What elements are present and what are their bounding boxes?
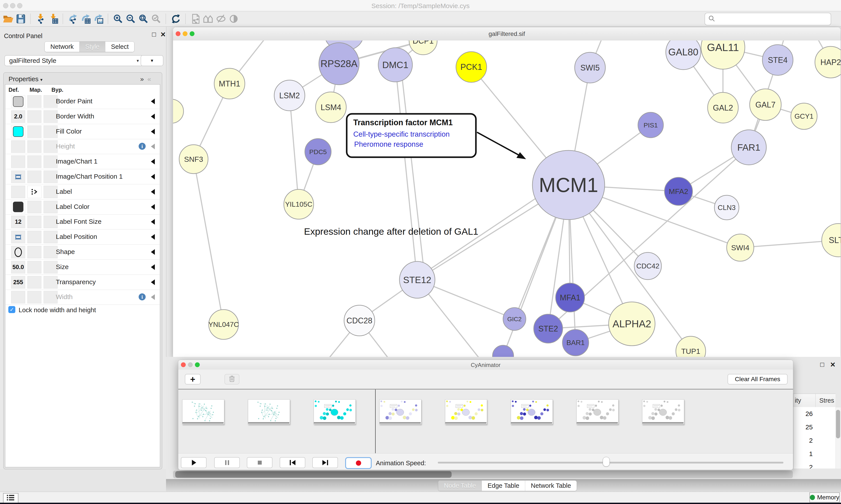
add-frame-button[interactable]: + [185, 374, 201, 384]
expand-row-icon[interactable] [151, 204, 155, 210]
show-all-icon[interactable] [227, 13, 240, 25]
zoom-in-icon[interactable] [112, 13, 124, 25]
bypass-cell[interactable] [43, 291, 58, 303]
property-row-border-width[interactable]: 2.0 Border Width [5, 109, 160, 124]
memory-button[interactable]: Memory [809, 492, 840, 502]
default-value-cell[interactable] [11, 291, 25, 303]
clear-all-frames-button[interactable]: Clear All Frames [728, 374, 788, 384]
table-row[interactable]: 1 [793, 447, 836, 461]
refresh-icon[interactable] [169, 13, 182, 25]
table-row[interactable]: 2 [793, 461, 836, 469]
zoom-out-icon[interactable] [124, 13, 137, 25]
delete-frame-button[interactable] [225, 374, 239, 384]
bypass-cell[interactable] [43, 170, 58, 183]
default-value-cell[interactable]: 12 [11, 216, 25, 228]
default-value-cell[interactable] [11, 186, 25, 198]
bypass-cell[interactable] [43, 156, 58, 168]
mapping-cell[interactable] [28, 216, 41, 228]
style-selector[interactable]: galFiltered Style ▾ [4, 55, 144, 66]
bypass-cell[interactable] [43, 261, 58, 273]
network-canvas[interactable]: DCP1RPS28ADMC1PCK1MTH1LSM2LSM4SWI5GAL80G… [173, 40, 841, 357]
mapping-cell[interactable] [28, 170, 41, 183]
expand-row-icon[interactable] [151, 159, 155, 164]
tab-network-table[interactable]: Network Table [525, 481, 577, 491]
bypass-cell[interactable] [43, 201, 58, 213]
search-input[interactable] [716, 15, 831, 23]
property-row-shape[interactable]: Shape [5, 244, 160, 260]
import-table-icon[interactable] [47, 13, 59, 25]
close-panel-icon[interactable]: ✕ [160, 31, 166, 38]
expand-row-icon[interactable] [151, 294, 155, 300]
expand-row-icon[interactable] [151, 280, 155, 285]
property-row-image-chart-1[interactable]: Image/Chart 1 [5, 154, 160, 169]
mapping-cell[interactable] [28, 246, 41, 258]
bypass-cell[interactable] [43, 246, 58, 258]
tab-node-table[interactable]: Node Table [438, 481, 482, 491]
float-panel-icon[interactable]: □ [152, 31, 156, 38]
mapping-cell[interactable] [28, 156, 41, 168]
network-node-part_left[interactable] [173, 99, 183, 123]
table-rows[interactable]: 26252122222 [793, 407, 836, 469]
mapping-cell[interactable] [28, 140, 41, 153]
table-row[interactable]: 26 [793, 407, 836, 420]
property-row-label-color[interactable]: Label Color [5, 199, 160, 215]
mapping-cell[interactable] [28, 95, 41, 108]
lock-checkbox[interactable]: ✓ [8, 306, 15, 313]
property-row-border-paint[interactable]: Border Paint [5, 94, 160, 109]
default-value-cell[interactable]: 2.0 [11, 110, 25, 123]
table-row[interactable]: 25 [793, 420, 836, 434]
expand-row-icon[interactable] [151, 174, 155, 180]
skip-forward-button[interactable] [312, 457, 338, 468]
property-row-label-position[interactable]: Label Position [5, 229, 160, 245]
expand-row-icon[interactable] [151, 219, 155, 224]
info-icon[interactable]: i [139, 143, 146, 150]
default-value-cell[interactable] [11, 140, 25, 153]
tab-style[interactable]: Style [79, 41, 105, 52]
import-network-icon[interactable] [34, 13, 47, 25]
cyanimator-titlebar[interactable]: CyAnimator [178, 360, 793, 370]
zoom-fit-icon[interactable] [137, 13, 150, 25]
style-options-button[interactable]: ▾ [141, 55, 163, 66]
bypass-cell[interactable] [43, 110, 58, 123]
default-value-cell[interactable]: 255 [11, 276, 25, 289]
bypass-cell[interactable] [43, 125, 58, 138]
property-row-label[interactable]: Label [5, 184, 160, 199]
tab-select[interactable]: Select [105, 41, 135, 52]
export-network-icon[interactable] [67, 13, 79, 25]
duplicate-network-icon[interactable] [189, 13, 202, 25]
property-row-transparency[interactable]: 255 Transparency [5, 274, 160, 290]
property-row-height[interactable]: Height i [5, 139, 160, 154]
mapping-cell[interactable] [28, 186, 41, 198]
save-icon[interactable] [15, 13, 27, 25]
export-image-icon[interactable] [92, 13, 105, 25]
float-table-panel-icon[interactable]: □ [820, 361, 824, 368]
info-icon[interactable]: i [139, 293, 146, 300]
bypass-cell[interactable] [43, 216, 58, 228]
export-table-icon[interactable] [79, 13, 92, 25]
expand-row-icon[interactable] [151, 144, 155, 149]
horizontal-scrollbar-thumb[interactable] [175, 471, 452, 478]
expand-row-icon[interactable] [151, 189, 155, 195]
mapping-cell[interactable] [28, 261, 41, 273]
bypass-cell[interactable] [43, 95, 58, 108]
bypass-cell[interactable] [43, 276, 58, 289]
expand-row-icon[interactable] [151, 114, 155, 119]
record-button[interactable] [345, 457, 372, 469]
property-row-width[interactable]: Width i [5, 289, 160, 305]
open-folder-icon[interactable] [2, 13, 15, 25]
default-value-cell[interactable] [11, 170, 25, 183]
animation-speed-slider[interactable] [438, 462, 783, 464]
table-row[interactable]: 2 [793, 434, 836, 447]
tab-edge-table[interactable]: Edge Table [482, 481, 525, 491]
zoom-selected-icon[interactable] [150, 13, 162, 25]
expand-row-icon[interactable] [151, 249, 155, 255]
default-value-cell[interactable]: 50.0 [11, 261, 25, 273]
mapping-cell[interactable] [28, 201, 41, 213]
table-column-headers[interactable]: ity Stres [793, 394, 836, 407]
default-value-cell[interactable] [11, 95, 25, 108]
property-row-fill-color[interactable]: Fill Color [5, 124, 160, 139]
network-node-part_bottom[interactable] [493, 345, 514, 357]
default-value-cell[interactable] [11, 125, 25, 138]
close-table-panel-icon[interactable]: ✕ [830, 361, 836, 368]
skip-back-button[interactable] [280, 457, 305, 468]
